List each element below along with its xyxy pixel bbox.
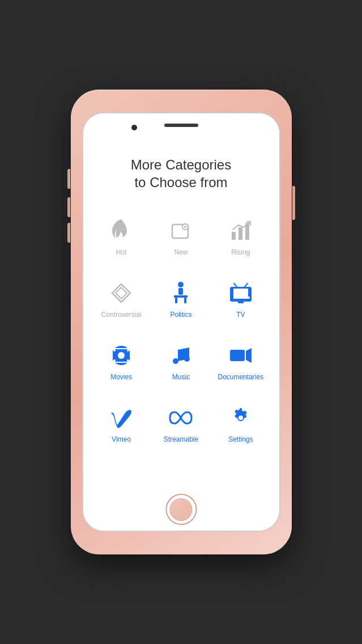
hot-icon <box>107 217 135 245</box>
documentaries-label: Documentaries <box>218 373 263 381</box>
rising-label: Rising <box>231 248 250 256</box>
category-documentaries[interactable]: Documentaries <box>214 333 267 389</box>
home-button[interactable] <box>165 494 197 525</box>
controversial-label: Controversial <box>101 311 142 319</box>
new-icon <box>167 217 195 245</box>
svg-point-34 <box>239 416 243 420</box>
svg-point-2 <box>184 226 186 228</box>
svg-point-28 <box>127 349 129 351</box>
svg-rect-4 <box>239 227 242 240</box>
svg-rect-12 <box>184 298 186 303</box>
svg-point-21 <box>118 352 125 359</box>
svg-rect-9 <box>178 288 183 295</box>
svg-rect-3 <box>232 232 236 240</box>
movies-icon <box>107 341 135 370</box>
settings-icon <box>227 404 255 432</box>
streamable-icon <box>167 404 195 432</box>
svg-line-19 <box>245 283 248 287</box>
phone-frame: More Categories to Choose from Hot <box>71 90 292 554</box>
politics-icon <box>167 279 195 307</box>
category-music[interactable]: Music <box>154 333 208 389</box>
svg-point-27 <box>113 359 116 362</box>
new-label: New <box>174 248 188 256</box>
svg-marker-33 <box>246 348 252 363</box>
title-line2: to Choose from <box>134 175 227 190</box>
hot-label: Hot <box>116 248 127 256</box>
phone-screen: More Categories to Choose from Hot <box>82 112 280 532</box>
svg-line-18 <box>234 283 237 287</box>
tv-icon <box>227 279 255 307</box>
vimeo-label: Vimeo <box>112 435 131 443</box>
svg-rect-11 <box>175 298 177 303</box>
music-icon <box>167 341 195 370</box>
svg-point-30 <box>173 358 178 364</box>
movies-label: Movies <box>110 373 132 381</box>
category-politics[interactable]: Politics <box>154 270 208 327</box>
svg-point-8 <box>178 282 184 287</box>
category-tv[interactable]: TV <box>214 270 267 327</box>
speaker <box>164 124 198 127</box>
svg-marker-7 <box>116 287 127 299</box>
svg-rect-32 <box>230 350 245 361</box>
documentaries-icon <box>227 341 255 370</box>
controversial-icon <box>107 279 135 307</box>
svg-rect-15 <box>238 302 244 303</box>
settings-label: Settings <box>228 435 253 443</box>
svg-point-31 <box>184 356 190 362</box>
screen-content: More Categories to Choose from Hot <box>83 145 279 485</box>
svg-point-29 <box>127 359 129 362</box>
tv-label: TV <box>236 311 245 319</box>
svg-point-26 <box>113 349 116 351</box>
category-new[interactable]: New <box>154 208 208 265</box>
svg-rect-10 <box>174 295 188 298</box>
categories-grid: Hot New <box>89 208 274 452</box>
camera <box>131 125 137 130</box>
category-streamable[interactable]: Streamable <box>154 395 208 452</box>
title-line1: More Categories <box>131 157 231 172</box>
category-hot[interactable]: Hot <box>95 208 148 265</box>
home-button-inner <box>170 498 193 521</box>
vimeo-icon <box>107 404 135 432</box>
svg-point-17 <box>248 296 250 299</box>
category-rising[interactable]: Rising <box>214 208 267 265</box>
streamable-label: Streamable <box>164 435 198 443</box>
phone-top-bar <box>83 113 279 147</box>
category-vimeo[interactable]: Vimeo <box>95 395 148 452</box>
music-label: Music <box>172 373 190 381</box>
category-movies[interactable]: Movies <box>95 333 148 389</box>
page-title: More Categories to Choose from <box>89 156 274 191</box>
svg-point-16 <box>245 296 247 299</box>
category-controversial[interactable]: Controversial <box>95 270 148 327</box>
rising-icon <box>227 217 255 245</box>
category-settings[interactable]: Settings <box>214 395 267 452</box>
politics-label: Politics <box>170 311 191 319</box>
